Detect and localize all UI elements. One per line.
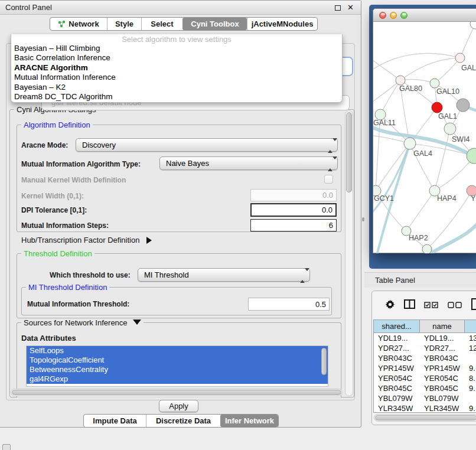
unchecked-boxes-icon[interactable] [448, 300, 462, 311]
algorithm-dropdown-list: Select algorithm to view settings Bayesi… [11, 34, 343, 103]
network-window-titlebar[interactable] [373, 9, 476, 22]
column-header-name[interactable]: name [420, 320, 465, 332]
network-node-gal[interactable] [455, 53, 465, 63]
table-row[interactable]: YER054CYER054C8. [374, 373, 476, 383]
network-node[interactable] [470, 22, 476, 29]
algorithm-option-basic-correlation-inference[interactable]: Basic Correlation Inference [11, 53, 342, 63]
algorithm-option-dream8-dc-tdc-algorithm[interactable]: Dream8 DC_TDC Algorithm [11, 92, 342, 102]
algorithm-option-bayesian-k2[interactable]: Bayesian – K2 [11, 83, 342, 92]
tab-label: Discretize Data [156, 416, 211, 425]
table-cell: YBR045C [374, 383, 420, 393]
apply-button-label: Apply [169, 402, 188, 410]
column-header-a[interactable]: A [465, 320, 476, 332]
network-node-label: HAP2 [409, 234, 428, 242]
network-edge[interactable] [435, 129, 450, 191]
tab-infer-network[interactable]: Infer Network [220, 415, 278, 427]
table-cell: YDR27... [420, 343, 465, 353]
algorithm-option-mutual-information-inference[interactable]: Mutual Information Inference [11, 73, 342, 82]
tab-impute-data[interactable]: Impute Data [84, 415, 146, 427]
gear-icon[interactable] [385, 299, 395, 312]
which-threshold-combo[interactable]: MI Threshold [138, 268, 310, 282]
tab-style[interactable]: Style [107, 18, 141, 30]
table-row[interactable]: YBL079WYBL079W [374, 393, 476, 403]
network-node-gal80[interactable] [396, 76, 405, 85]
table-cell: YLR345W [420, 403, 465, 413]
network-node-swi4[interactable] [444, 123, 456, 135]
table-row[interactable]: YBR045CYBR045C9. [374, 383, 476, 393]
mi-threshold-field[interactable]: 0.5 [248, 298, 330, 311]
mac-zoom-icon[interactable] [400, 12, 407, 19]
network-edge[interactable] [460, 24, 475, 58]
table-row[interactable]: YDR27...YDR27...12 [374, 343, 476, 353]
splitpane-divider-handle[interactable] [362, 217, 364, 221]
network-node-gal10[interactable] [430, 79, 439, 88]
mi-steps-field[interactable]: 6 [250, 219, 337, 231]
expand-right-icon[interactable] [146, 237, 152, 244]
algorithm-option-aracne-algorithm[interactable]: ARACNE Algorithm [11, 63, 342, 73]
manual-kernel-checkbox[interactable] [324, 175, 333, 184]
checked-boxes-icon[interactable] [424, 300, 439, 311]
attribute-item-topologicalcoefficient[interactable]: TopologicalCoefficient [27, 356, 328, 365]
network-edge[interactable] [435, 58, 460, 83]
algorithm-option-bayesian-hill-climbing[interactable]: Bayesian – Hill Climbing [11, 44, 342, 53]
tab-cyni-toolbox[interactable]: Cyni Toolbox [182, 18, 247, 30]
table-cell: YDL19... [420, 333, 465, 343]
mi-type-combo[interactable]: Naive Bayes [159, 156, 338, 170]
network-edge[interactable] [373, 80, 400, 105]
float-window-icon[interactable] [335, 5, 341, 11]
aracne-mode-combo[interactable]: Discovery [76, 138, 338, 152]
tab-select[interactable]: Select [141, 18, 182, 30]
settings-vertical-scrollbar[interactable] [345, 110, 353, 396]
table-row[interactable]: YLR345WYLR345W9. [374, 403, 476, 413]
table-horizontal-scrollbar[interactable] [374, 414, 476, 422]
kernel-width-field[interactable]: 0.0 [250, 189, 337, 201]
tab-label: Impute Data [93, 416, 136, 425]
mac-minimize-icon[interactable] [390, 12, 397, 19]
network-edge[interactable] [406, 191, 435, 231]
network-graph[interactable]: GALGAL80GAL10GAL1GAL11SWI4GAL4GCY1HAP4YH… [373, 22, 476, 253]
tab-discretize-data[interactable]: Discretize Data [146, 415, 220, 427]
table-cell: 9. [465, 403, 476, 413]
apply-button[interactable]: Apply [159, 400, 198, 412]
settings-horizontal-scrollbar[interactable] [11, 389, 343, 396]
collapsed-panel-icon[interactable] [2, 444, 11, 450]
network-edge-thick[interactable] [428, 217, 476, 253]
network-edge[interactable] [400, 58, 460, 80]
hub-definition-section[interactable]: Hub/Transcription Factor Definition [21, 236, 152, 244]
document-icon[interactable] [471, 298, 476, 312]
collapse-down-icon[interactable] [133, 319, 141, 325]
table-row[interactable]: YPR145WYPR145W9. [374, 363, 476, 373]
attribute-item-betweennesscentrality[interactable]: BetweennessCentrality [27, 365, 328, 374]
table-cell: 9. [465, 383, 476, 393]
attribute-item-gal4rgexp[interactable]: gal4RGexp [27, 374, 328, 384]
split-view-icon[interactable] [404, 299, 415, 311]
network-edge[interactable] [380, 80, 400, 115]
dpi-tolerance-label: DPI Tolerance [0,1]: [21, 206, 87, 214]
control-panel-titlebar: Control Panel ✕ [0, 1, 361, 15]
attribute-item-selfloops[interactable]: SelfLoops [27, 346, 328, 356]
attributes-list-scrollbar[interactable] [321, 347, 327, 386]
sources-group-title: Sources for Network Inference [21, 318, 144, 327]
data-attributes-list[interactable]: SelfLoopsTopologicalCoefficientBetweenne… [26, 345, 328, 387]
network-node[interactable] [422, 244, 432, 253]
table-cell: 13 [465, 333, 476, 343]
tab-network[interactable]: Network [50, 18, 107, 30]
tab-jactivemnodules[interactable]: jActiveMNodules [247, 18, 317, 30]
network-edge[interactable] [373, 57, 400, 80]
mac-close-icon[interactable] [379, 12, 386, 19]
table-cell: YDR27... [374, 343, 420, 353]
network-edge[interactable] [400, 79, 435, 83]
table-row[interactable]: YDL19...YDL19...13 [374, 333, 476, 343]
table-row[interactable]: YBR043CYBR043C [374, 353, 476, 363]
mi-type-label: Mutual Information Algorithm Type: [21, 160, 141, 168]
mi-threshold-value: 0.5 [315, 300, 326, 309]
column-header-shared[interactable]: shared... [374, 320, 420, 332]
close-window-icon[interactable]: ✕ [347, 3, 354, 12]
tab-label: jActiveMNodules [252, 19, 314, 28]
network-node[interactable] [457, 99, 470, 112]
network-edge[interactable] [373, 53, 460, 72]
network-node[interactable] [467, 148, 476, 164]
network-node-gal4[interactable] [404, 138, 416, 149]
network-node-gal1[interactable] [432, 102, 442, 113]
dpi-tolerance-field[interactable]: 0.0 [250, 203, 337, 217]
